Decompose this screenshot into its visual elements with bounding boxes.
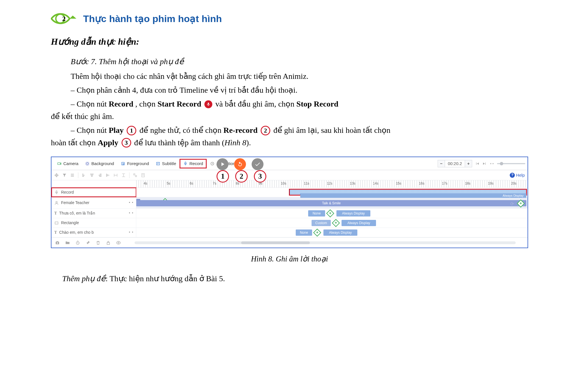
- svg-rect-20: [135, 175, 137, 177]
- keyframe-dots: • •: [129, 200, 133, 205]
- time-zoom-control[interactable]: − 00:20.2 +: [438, 160, 472, 167]
- label-text: Chào em, em cho b: [59, 229, 94, 236]
- svg-rect-18: [109, 175, 109, 176]
- clip-none[interactable]: None: [296, 229, 312, 236]
- align-icon-4[interactable]: [105, 173, 110, 177]
- track-lane-female-teacher[interactable]: Always Display Talk & Smile ⟳: [136, 197, 528, 208]
- label-text: Rectangle: [61, 220, 79, 226]
- keyframe-dots: • •: [129, 211, 133, 216]
- timer-icon[interactable]: [75, 240, 80, 245]
- play-label: Play: [109, 126, 124, 135]
- text: để ghi âm lại, sau khi hoàn tất chọn: [273, 126, 390, 135]
- eye-icon[interactable]: [116, 240, 121, 245]
- track-label-rectangle[interactable]: Rectangle: [51, 218, 136, 228]
- fit-icon[interactable]: [490, 161, 494, 166]
- track-label-record[interactable]: Record: [51, 188, 136, 197]
- text: để nghe thử, có thể chọn: [139, 126, 223, 135]
- page-icon[interactable]: [141, 173, 145, 177]
- tab-foreground[interactable]: Foreground: [117, 157, 152, 170]
- animiz-screenshot: 1 2 3 Camera Background Foreground Subti…: [51, 157, 528, 248]
- tab-background[interactable]: Background: [82, 157, 117, 170]
- camera-icon[interactable]: [55, 240, 60, 245]
- track-lane-text1[interactable]: None Always Display: [136, 209, 528, 218]
- add-keyframe-icon[interactable]: [326, 209, 334, 217]
- step-title: Bước 7. Thêm hội thoại và phụ đề: [71, 55, 528, 68]
- track-label-text1[interactable]: T Thưa cô, em là Trần • •: [51, 209, 136, 218]
- tab-camera[interactable]: Camera: [54, 157, 82, 170]
- horizontal-scrollbar[interactable]: [135, 241, 516, 244]
- bullet-line-2: – Chọn nút Record , chọn Start Record và…: [71, 98, 528, 122]
- svg-rect-1: [58, 163, 60, 164]
- bullet-number: 2: [62, 14, 66, 24]
- zoom-slider[interactable]: [497, 163, 525, 164]
- track-label-text2[interactable]: T Chào em, em cho b • •: [51, 228, 136, 237]
- tracks-area: Record Female Teacher • • Always Display…: [51, 188, 528, 237]
- zoom-in-button[interactable]: +: [465, 160, 472, 167]
- callout-3: 3: [122, 138, 131, 148]
- svg-rect-4: [122, 163, 124, 165]
- spacing-icon-1[interactable]: [113, 173, 118, 177]
- overlay-callout-1: 1: [217, 170, 229, 183]
- bottom-toolbar: [51, 237, 528, 248]
- help-link[interactable]: ? Help: [510, 172, 525, 178]
- clip-always-display[interactable]: Always Display: [300, 193, 526, 198]
- zoom-value: 00:20.2: [445, 160, 465, 167]
- rerecord-label: Re-record: [223, 126, 258, 135]
- tab-label: Record: [189, 160, 203, 167]
- svg-rect-16: [106, 174, 107, 177]
- svg-rect-10: [90, 174, 94, 174]
- tab-subtitle[interactable]: Subtitle: [152, 157, 180, 170]
- record-action-buttons: [215, 158, 265, 170]
- track-rectangle: Rectangle Custom Always Display: [51, 218, 528, 228]
- tab-record[interactable]: Record: [180, 159, 207, 168]
- svg-rect-12: [91, 176, 92, 177]
- list-icon[interactable]: [70, 173, 75, 177]
- move-icon[interactable]: [54, 173, 59, 177]
- lock-icon[interactable]: [106, 240, 111, 245]
- clip-none[interactable]: None: [308, 210, 325, 216]
- zoom-out-button[interactable]: −: [438, 160, 445, 167]
- pin-icon[interactable]: [85, 240, 90, 245]
- align-icon-1[interactable]: [82, 173, 86, 177]
- timeline-ruler[interactable]: 4s5s6s7s8s9s10s11s12s13s14s15s16s17s18s1…: [136, 180, 528, 188]
- ruler-tick: 11s: [304, 181, 309, 186]
- help-icon: ?: [510, 173, 515, 178]
- clip-talk-smile[interactable]: Talk & Smile: [136, 200, 526, 206]
- folder-icon[interactable]: [65, 240, 70, 245]
- label-text: Thưa cô, em là Trần: [59, 210, 95, 216]
- clip-always-display[interactable]: Always Display: [336, 210, 370, 216]
- track-lane-rectangle[interactable]: Custom Always Display: [136, 218, 528, 228]
- text: – Chọn nút: [71, 126, 109, 135]
- label-text: Female Teacher: [61, 200, 89, 206]
- keyframe-dots: • •: [129, 230, 133, 235]
- clip-always-display[interactable]: Always Display: [342, 220, 376, 226]
- add-keyframe-icon[interactable]: [313, 229, 321, 237]
- bullet-line-1: – Chọn phân cảnh 4, đưa con trỏ Timeline…: [71, 84, 528, 96]
- play-button[interactable]: [217, 158, 228, 170]
- align-icon-2[interactable]: [90, 173, 94, 177]
- align-icon-3[interactable]: [98, 173, 102, 177]
- clip-custom[interactable]: Custom: [312, 220, 331, 226]
- ruler-tick: 18s: [465, 181, 470, 186]
- filter-icon[interactable]: [62, 173, 67, 177]
- rerecord-button[interactable]: [234, 158, 246, 170]
- apply-button[interactable]: [252, 158, 263, 170]
- apply-label: Apply: [98, 138, 118, 147]
- callout-2: 2: [261, 126, 270, 135]
- svg-rect-26: [107, 242, 110, 244]
- trash-icon[interactable]: [96, 240, 101, 245]
- track-label-female-teacher[interactable]: Female Teacher • •: [51, 197, 136, 208]
- goto-start-icon[interactable]: [475, 161, 479, 166]
- text: để lưu thành tệp âm thanh (: [134, 138, 225, 147]
- clip-always-display[interactable]: Always Display: [323, 229, 357, 236]
- track-lane-text2[interactable]: None Always Display: [136, 228, 528, 237]
- callout-1: 1: [127, 126, 136, 135]
- ruler-tick: 12s: [327, 181, 332, 186]
- repeat-icon[interactable]: ⟳: [510, 201, 514, 208]
- spacing-icon-2[interactable]: [121, 173, 126, 177]
- group-icon[interactable]: [133, 173, 137, 177]
- goto-end-icon[interactable]: [482, 161, 487, 166]
- subheading: Hướng dẫn thực hiện:: [51, 35, 528, 49]
- add-keyframe-icon[interactable]: [332, 219, 340, 227]
- ruler-tick: 14s: [373, 181, 378, 186]
